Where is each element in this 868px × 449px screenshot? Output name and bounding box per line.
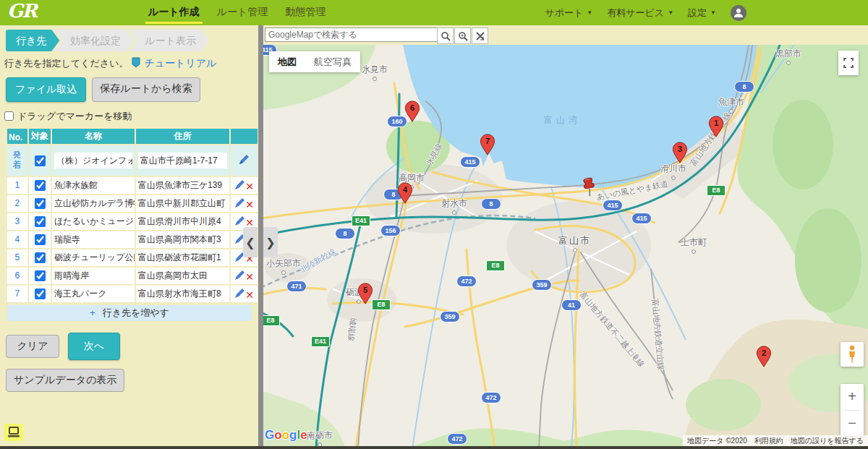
table-row: 5 砺波チューリップ公園 富山県砺波市花園町1 ✕	[7, 249, 258, 266]
edit-icon[interactable]	[234, 291, 245, 301]
row-name[interactable]: ほたるいかミュージア	[52, 213, 135, 230]
row-name[interactable]: 立山砂防カルデラ博物	[52, 195, 135, 212]
row-address[interactable]: 富山県高岡市太田	[136, 268, 229, 284]
edit-icon[interactable]	[234, 182, 245, 192]
row-checkbox[interactable]	[35, 252, 46, 263]
menu-settings-label: 設定	[688, 7, 707, 20]
route-shield: 472	[456, 275, 477, 287]
map[interactable]: 富山湾 氷見市 黒部市 魚津市 滑川市 上市町 富山市 射水市 高岡市 小矢部市…	[263, 45, 868, 446]
instruction-text: 行き先を指定してください。	[4, 57, 128, 70]
row-address[interactable]: 富山県中新川郡立山町	[136, 195, 229, 212]
route-shield: 8	[335, 228, 355, 239]
map-search-bar	[263, 25, 868, 45]
delete-icon[interactable]: ✕	[245, 271, 254, 283]
zoom-in-button[interactable]: +	[841, 384, 864, 410]
row-address[interactable]: 富山県射水市海王町8	[136, 286, 229, 302]
step-optimization: 効率化設定	[54, 30, 134, 51]
main-nav-tabs: ルート作成 ルート管理 動態管理	[148, 0, 326, 25]
menu-paid-services[interactable]: 有料サービス▼	[607, 7, 673, 20]
route-shield: 156	[380, 225, 401, 236]
delete-icon[interactable]: ✕	[245, 181, 254, 192]
row-checkbox[interactable]	[35, 234, 46, 245]
table-row: 7 海王丸パーク 富山県射水市海王町8 ✕	[7, 286, 258, 302]
search-area-icon[interactable]	[454, 27, 471, 44]
edit-icon[interactable]	[234, 200, 245, 210]
city-label: 小矢部市	[266, 257, 301, 275]
user-avatar-icon[interactable]	[731, 5, 746, 21]
row-name[interactable]: （株）ジオインフォシ	[54, 153, 132, 168]
row-checkbox[interactable]	[35, 216, 46, 227]
row-address[interactable]: 富山県魚津市三ケ139	[136, 177, 229, 194]
map-marker-5[interactable]: 5	[357, 283, 373, 305]
map-type-satellite-button[interactable]: 航空写真	[305, 51, 360, 72]
row-name[interactable]: 瑞龍寺	[52, 231, 135, 248]
clear-markers-icon[interactable]	[472, 27, 488, 44]
fullscreen-icon[interactable]	[838, 51, 859, 75]
tab-route-create[interactable]: ルート作成	[148, 0, 200, 25]
railway-label: 城端線	[346, 317, 359, 341]
map-marker-6[interactable]: 6	[404, 101, 420, 123]
saved-route-search-button[interactable]: 保存ルートから検索	[92, 77, 200, 102]
map-marker-4[interactable]: 4	[397, 182, 413, 205]
expressway-shield: E41	[311, 336, 330, 347]
step-destination[interactable]: 行き先	[6, 30, 59, 51]
map-data-copyright: 地図データ ©2020	[687, 436, 747, 446]
sample-data-button[interactable]: サンプルデータの表示	[6, 369, 124, 392]
search-icon[interactable]	[437, 27, 454, 44]
table-row-depart: 発着 （株）ジオインフォシ 富山市千原崎1-7-17	[7, 145, 258, 176]
file-import-button[interactable]: ファイル取込	[6, 77, 86, 102]
drag-marker-checkbox[interactable]	[4, 111, 14, 121]
clear-button[interactable]: クリア	[6, 335, 59, 358]
row-address[interactable]: 富山市千原崎1-7-17	[138, 153, 227, 168]
report-error-link[interactable]: 地図の誤りを報告する	[791, 436, 864, 446]
row-address[interactable]: 富山県砺波市花園町1	[136, 249, 229, 266]
row-checkbox[interactable]	[35, 155, 46, 166]
map-marker-3[interactable]: 3	[672, 142, 688, 164]
delete-icon[interactable]: ✕	[245, 199, 254, 210]
route-shield: 415	[460, 156, 480, 168]
row-name[interactable]: 海王丸パーク	[52, 286, 135, 302]
tutorial-link[interactable]: チュートリアル	[144, 57, 216, 70]
top-navbar: GR ルート作成 ルート管理 動態管理 サポート▼ 有料サービス▼ 設定▼	[0, 0, 868, 25]
bottom-window-edge	[0, 446, 868, 449]
row-address[interactable]: 富山県高岡市関本町3	[136, 231, 229, 248]
row-no: 2	[7, 195, 27, 212]
map-marker-1[interactable]: 1	[708, 116, 724, 138]
terms-link[interactable]: 利用規約	[754, 436, 783, 446]
tab-route-manage[interactable]: ルート管理	[217, 0, 268, 25]
pegman-icon[interactable]	[841, 342, 864, 367]
map-search-input[interactable]	[265, 27, 440, 42]
table-row: 3 ほたるいかミュージア 富山県滑川市中川原4 ✕	[7, 213, 258, 230]
map-type-map-button[interactable]: 地図	[269, 51, 305, 72]
sea-label: 富山湾	[544, 114, 581, 127]
map-marker-2[interactable]: 2	[756, 346, 772, 368]
menu-settings[interactable]: 設定▼	[688, 7, 716, 20]
add-destination-button[interactable]: +行き先を増やす	[7, 305, 252, 321]
row-name[interactable]: 雨晴海岸	[52, 268, 135, 284]
row-address[interactable]: 富山県滑川市中川原4	[136, 213, 229, 230]
row-checkbox[interactable]	[35, 180, 46, 191]
monitor-icon[interactable]	[4, 424, 23, 441]
zoom-out-button[interactable]: −	[841, 411, 864, 437]
route-shield: 8	[734, 81, 754, 93]
map-marker-7[interactable]: 7	[480, 134, 495, 156]
menu-support[interactable]: サポート▼	[545, 7, 592, 20]
header-name: 名称	[52, 129, 135, 144]
expressway-shield: E8	[707, 185, 726, 196]
row-checkbox[interactable]	[35, 288, 46, 299]
header-no: No.	[7, 129, 27, 144]
chevron-left-icon[interactable]: ❮	[243, 227, 258, 257]
row-name[interactable]: 砺波チューリップ公園	[52, 249, 135, 266]
row-name[interactable]: 魚津水族館	[52, 177, 135, 194]
edit-icon[interactable]	[239, 157, 250, 167]
expressway-shield: E8	[263, 315, 280, 326]
edit-icon[interactable]	[234, 218, 245, 228]
row-checkbox[interactable]	[35, 270, 46, 281]
row-checkbox[interactable]	[35, 198, 46, 209]
next-button[interactable]: 次へ	[68, 333, 120, 360]
delete-icon[interactable]: ✕	[245, 289, 254, 301]
tab-fleet-manage[interactable]: 動態管理	[285, 0, 326, 25]
chevron-right-icon[interactable]: ❯	[263, 227, 278, 257]
route-shield: 472	[447, 433, 467, 445]
edit-icon[interactable]	[234, 273, 245, 283]
